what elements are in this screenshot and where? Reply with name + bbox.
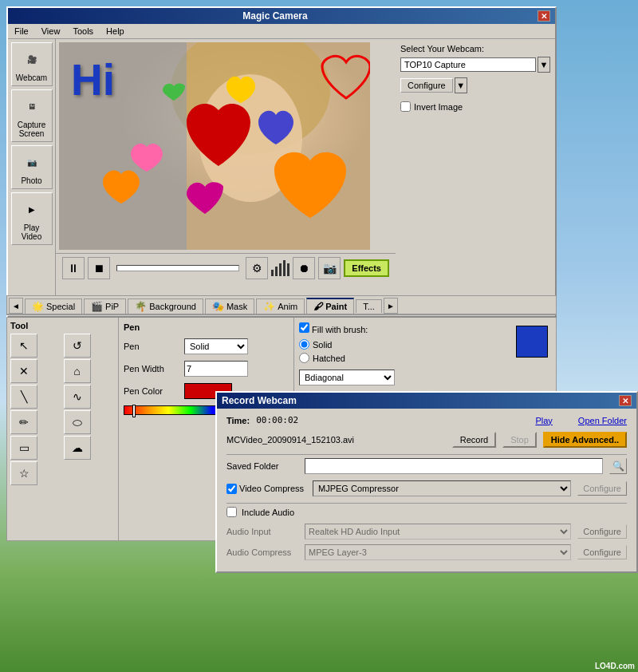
pen-color-label: Pen Color bbox=[124, 386, 179, 396]
solid-label: Solid bbox=[313, 340, 332, 350]
divider-1 bbox=[226, 454, 627, 455]
record-button[interactable]: Record bbox=[452, 432, 496, 448]
pen-section-header: Pen bbox=[124, 322, 289, 332]
tab-paint[interactable]: 🖌 Paint bbox=[306, 298, 354, 314]
hide-advanced-button[interactable]: Hide Advanced.. bbox=[543, 432, 627, 448]
tabs-row: ◄ 🌟 Special 🎬 PiP 🌴 Background 🎭 Mask ✨ … bbox=[7, 296, 556, 314]
sidebar-photo[interactable]: 📷 Photo bbox=[11, 145, 53, 189]
tool-star[interactable]: ☆ bbox=[10, 461, 37, 485]
record-dialog-close[interactable]: ✕ bbox=[619, 395, 632, 406]
settings-icon[interactable]: ⚙ bbox=[246, 257, 268, 279]
webcam-select-label: Select Your Webcam: bbox=[400, 44, 550, 53]
background-tab-icon: 🌴 bbox=[135, 301, 147, 312]
webcam-dropdown-arrow[interactable]: ▼ bbox=[538, 57, 550, 73]
sidebar-capture-screen[interactable]: 🖥 Capture Screen bbox=[11, 89, 53, 142]
tool-select[interactable]: ↖ bbox=[10, 334, 37, 358]
fill-checkbox[interactable] bbox=[299, 322, 309, 333]
time-row: Time: 00:00:02 Play Open Folder bbox=[226, 415, 627, 425]
stop-button[interactable]: Stop bbox=[502, 432, 537, 448]
invert-row: Invert Image bbox=[400, 101, 550, 112]
tab-anim-label: Anim bbox=[278, 302, 297, 311]
sidebar-webcam[interactable]: 🎥 Webcam bbox=[11, 42, 53, 86]
tab-anim[interactable]: ✨ Anim bbox=[256, 298, 305, 314]
pause-button[interactable]: ⏸ bbox=[62, 257, 85, 279]
sidebar-play-label: Play Video bbox=[14, 223, 50, 241]
saved-folder-label: Saved Folder bbox=[226, 461, 298, 471]
pen-width-input[interactable]: 7 bbox=[184, 361, 248, 377]
open-folder-link[interactable]: Open Folder bbox=[578, 416, 627, 425]
video-compress-dropdown[interactable]: MJPEG Compressor bbox=[313, 480, 571, 496]
tabs-panel: ◄ 🌟 Special 🎬 PiP 🌴 Background 🎭 Mask ✨ … bbox=[6, 295, 557, 315]
tool-lasso[interactable]: ⌂ bbox=[64, 359, 91, 383]
title-bar: Magic Camera ✕ bbox=[8, 8, 555, 24]
audio-input-row: Audio Input Realtek HD Audio Input Confi… bbox=[226, 524, 627, 540]
record-icon[interactable]: ⏺ bbox=[293, 257, 315, 279]
include-audio-label: Include Audio bbox=[242, 508, 294, 517]
tab-t[interactable]: T... bbox=[356, 299, 382, 313]
configure-button[interactable]: Configure bbox=[400, 78, 453, 93]
record-title-bar: Record Webcam ✕ bbox=[217, 393, 636, 409]
pattern-dropdown[interactable]: Bdiagonal Cross Fdiagonal bbox=[299, 370, 395, 385]
tab-pip[interactable]: 🎬 PiP bbox=[84, 298, 126, 314]
sidebar-capture-label: Capture Screen bbox=[14, 121, 50, 138]
pip-tab-icon: 🎬 bbox=[91, 301, 103, 312]
effects-button[interactable]: Effects bbox=[344, 259, 389, 277]
snapshot-icon[interactable]: 📷 bbox=[318, 257, 341, 279]
tool-cloud[interactable]: ☁ bbox=[64, 436, 91, 460]
video-configure-button[interactable]: Configure bbox=[577, 481, 627, 496]
dialog-body: Time: 00:00:02 Play Open Folder MCVideo_… bbox=[217, 409, 636, 571]
include-audio-checkbox[interactable] bbox=[226, 507, 237, 517]
tab-t-label: T... bbox=[363, 302, 375, 311]
fill-label: Fill with brush: bbox=[312, 325, 368, 334]
tool-curve[interactable]: ∿ bbox=[64, 385, 91, 409]
pen-select[interactable]: Solid Dashed Dotted bbox=[184, 338, 248, 354]
saved-folder-input[interactable] bbox=[305, 458, 603, 474]
webcam-dropdown[interactable]: TOP10 Capture bbox=[400, 57, 536, 72]
tab-background[interactable]: 🌴 Background bbox=[128, 298, 203, 314]
invert-checkbox[interactable] bbox=[400, 101, 411, 112]
tab-mask[interactable]: 🎭 Mask bbox=[205, 298, 254, 314]
play-video-icon: ▶ bbox=[19, 196, 45, 222]
tool-line[interactable]: ╲ bbox=[10, 385, 37, 409]
sidebar: 🎥 Webcam 🖥 Capture Screen 📷 Photo ▶ Play… bbox=[8, 39, 56, 315]
tab-mask-label: Mask bbox=[226, 302, 247, 311]
capture-screen-icon: 🖥 bbox=[19, 93, 45, 119]
photo-icon: 📷 bbox=[19, 149, 45, 175]
audio-input-label: Audio Input bbox=[226, 527, 298, 536]
main-window: Magic Camera ✕ File View Tools Help 🎥 We… bbox=[6, 6, 557, 318]
color-preview-square bbox=[516, 326, 548, 358]
stop-toolbar-button[interactable]: ⏹ bbox=[88, 257, 110, 279]
tab-special[interactable]: 🌟 Special bbox=[25, 298, 82, 314]
record-dialog: Record Webcam ✕ Time: 00:00:02 Play Open… bbox=[215, 391, 638, 573]
menu-tools[interactable]: Tools bbox=[69, 26, 96, 37]
audio-input-dropdown[interactable]: Realtek HD Audio Input bbox=[305, 524, 571, 540]
hatched-radio[interactable] bbox=[299, 353, 309, 363]
close-button[interactable]: ✕ bbox=[538, 10, 550, 22]
tool-rotate[interactable]: ↺ bbox=[64, 334, 91, 358]
tool-pencil[interactable]: ✏ bbox=[10, 410, 37, 434]
menu-file[interactable]: File bbox=[11, 26, 32, 37]
menu-view[interactable]: View bbox=[38, 26, 64, 37]
pen-width-label: Pen Width bbox=[124, 364, 179, 374]
audio-compress-configure-button[interactable]: Configure bbox=[577, 545, 627, 559]
audio-compress-dropdown[interactable]: MPEG Layer-3 bbox=[305, 544, 571, 560]
special-tab-icon: 🌟 bbox=[32, 301, 44, 312]
solid-radio[interactable] bbox=[299, 339, 309, 350]
tabs-nav-right[interactable]: ► bbox=[384, 298, 398, 314]
browse-folder-button[interactable]: 🔍 bbox=[609, 458, 627, 474]
audio-compress-label: Audio Compress bbox=[226, 547, 298, 557]
tool-cross[interactable]: ✕ bbox=[10, 359, 37, 383]
anim-tab-icon: ✨ bbox=[263, 301, 275, 312]
tabs-nav-left[interactable]: ◄ bbox=[9, 298, 23, 314]
sidebar-photo-label: Photo bbox=[21, 176, 41, 185]
tool-ellipse[interactable]: ⬭ bbox=[64, 410, 91, 434]
webcam-dropdown-row: TOP10 Capture ▼ bbox=[400, 57, 550, 73]
tool-rect[interactable]: ▭ bbox=[10, 436, 37, 460]
audio-configure-button[interactable]: Configure bbox=[577, 524, 627, 539]
configure-arrow[interactable]: ▼ bbox=[455, 77, 467, 93]
menu-help[interactable]: Help bbox=[103, 26, 128, 37]
sidebar-play-video[interactable]: ▶ Play Video bbox=[11, 192, 53, 245]
tools-section: Tool ↖ ↺ ✕ ⌂ ╲ ∿ ✏ ⬭ ▭ ☁ ☆ bbox=[7, 318, 119, 540]
play-link[interactable]: Play bbox=[535, 416, 552, 425]
video-compress-checkbox[interactable] bbox=[226, 484, 237, 494]
